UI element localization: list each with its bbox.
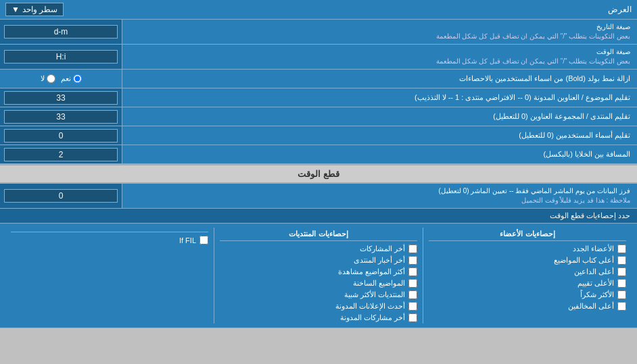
stat-last-posts: أخر المشاركات (220, 243, 417, 255)
stats-col-forums: إحصاءيات المنتديات أخر المشاركات أخر أخب… (214, 228, 423, 323)
forum-header-label: تقليم المنتدى / المجموعة العناوين (0 للت… (122, 107, 637, 126)
stat-if-fil: If FIL (11, 234, 208, 246)
stats-col-extra: If FIL (5, 228, 214, 323)
stat-highest-rated-checkbox[interactable] (617, 279, 626, 288)
forum-topic-input[interactable] (4, 91, 118, 105)
cutoff-input-cell (0, 184, 122, 208)
radio-no-label[interactable]: لا (41, 74, 55, 83)
cutoff-section-header: قطع الوقت (0, 164, 637, 184)
cutoff-input[interactable] (4, 189, 118, 203)
date-format-input-cell (0, 20, 122, 44)
stat-last-posts-checkbox[interactable] (408, 244, 417, 253)
time-format-row: صيغة الوقت بعض التكوينات يتطلب "/" التي … (0, 45, 637, 70)
stats-col-forums-header: إحصاءيات المنتديات (220, 228, 417, 241)
stat-hot-topics: المواضيع الساخنة (220, 278, 417, 289)
stat-top-inviters: أعلى الداعين (429, 266, 626, 278)
bold-remove-row: ازالة نمط بولد (Bold) من اسماء المستخدمي… (0, 70, 637, 88)
stat-latest-announcements: أحدث الإعلانات المدونة (220, 301, 417, 312)
forum-topic-row: تقليم الموضوع / العناوين المدونة (0 -- ا… (0, 88, 637, 107)
stat-latest-announcements-checkbox[interactable] (408, 302, 417, 311)
radio-no[interactable] (47, 74, 55, 83)
cutoff-row: فرز البيانات من يوم الماشر الماضي فقط --… (0, 184, 637, 209)
stat-most-viewed-checkbox[interactable] (408, 267, 417, 276)
stat-top-violators-checkbox[interactable] (617, 302, 626, 311)
forum-topic-label: تقليم الموضوع / العناوين المدونة (0 -- ا… (122, 88, 637, 107)
stat-last-blog-posts-checkbox[interactable] (408, 313, 417, 322)
stat-last-news: أخر أخبار المنتدى (220, 255, 417, 266)
forum-topic-input-cell (0, 88, 122, 107)
cell-spacing-input[interactable] (4, 148, 118, 161)
main-container: العرض سطر واحد ▼ صيغة التاريخ بعض التكوي… (0, 0, 637, 328)
date-format-row: صيغة التاريخ بعض التكوينات يتطلب "/" الت… (0, 20, 637, 45)
stats-col-extra-header (11, 228, 208, 232)
stat-hot-topics-checkbox[interactable] (408, 279, 417, 288)
cutoff-label: فرز البيانات من يوم الماشر الماضي فقط --… (122, 184, 637, 208)
forum-header-row: تقليم المنتدى / المجموعة العناوين (0 للت… (0, 107, 637, 126)
cell-spacing-row: المسافة بين الخلايا (بالبكسل) (0, 145, 637, 164)
stat-most-thanked-checkbox[interactable] (617, 290, 626, 299)
stat-top-inviters-checkbox[interactable] (617, 267, 626, 276)
forum-header-input[interactable] (4, 110, 118, 124)
username-trim-input[interactable] (4, 129, 118, 142)
radio-yes[interactable] (73, 74, 82, 83)
stat-new-members-checkbox[interactable] (617, 244, 626, 253)
stat-if-fil-checkbox[interactable] (199, 236, 208, 244)
username-trim-input-cell (0, 126, 122, 145)
time-format-input[interactable] (4, 50, 118, 63)
stats-col-members-header: إحصاءيات الأعضاء (429, 228, 626, 241)
stat-new-members: الأعضاء الجدد (429, 243, 626, 255)
dropdown-label: سطر واحد (22, 5, 57, 14)
stat-top-topic-writers: أعلى كتاب المواضيع (429, 255, 626, 266)
stat-most-similar-forums-checkbox[interactable] (408, 290, 417, 299)
username-trim-row: تقليم أسماء المستخدمين (0 للتعطيل) (0, 126, 637, 145)
stat-top-violators: أعلى المخالفين (429, 301, 626, 312)
date-format-label: صيغة التاريخ بعض التكوينات يتطلب "/" الت… (122, 20, 637, 44)
line-dropdown-button[interactable]: سطر واحد ▼ (5, 3, 64, 16)
radio-yes-label[interactable]: نعم (61, 74, 82, 83)
time-format-label: صيغة الوقت بعض التكوينات يتطلب "/" التي … (122, 45, 637, 69)
stats-section: إحصاءيات الأعضاء الأعضاء الجدد أعلى كتاب… (0, 224, 637, 328)
time-format-input-cell (0, 45, 122, 69)
stats-col-members: إحصاءيات الأعضاء الأعضاء الجدد أعلى كتاب… (423, 228, 632, 323)
stat-highest-rated: الأعلى تقييم (429, 278, 626, 289)
forum-header-input-cell (0, 107, 122, 126)
stat-most-viewed: أكثر المواضيع مشاهدة (220, 266, 417, 278)
stat-most-thanked: الأكثر شكراً (429, 289, 626, 301)
stat-top-topic-writers-checkbox[interactable] (617, 256, 626, 265)
bold-remove-radio-cell: نعم لا (0, 70, 122, 88)
top-header-row: العرض سطر واحد ▼ (0, 0, 637, 20)
display-label: العرض (608, 5, 632, 14)
stat-last-news-checkbox[interactable] (408, 256, 417, 265)
bold-remove-label: ازالة نمط بولد (Bold) من اسماء المستخدمي… (122, 70, 637, 88)
username-trim-label: تقليم أسماء المستخدمين (0 للتعطيل) (122, 126, 637, 145)
cell-spacing-label: المسافة بين الخلايا (بالبكسل) (122, 145, 637, 163)
stat-most-similar-forums: المنتديات الأكثر شبية (220, 289, 417, 301)
dropdown-arrow-icon: ▼ (11, 5, 20, 14)
stat-last-blog-posts: أخر مشاركات المدونة (220, 312, 417, 323)
define-stats-row: حدد إحصاءيات قطع الوقت (0, 209, 637, 224)
cell-spacing-input-cell (0, 145, 122, 163)
date-format-input[interactable] (4, 25, 118, 38)
